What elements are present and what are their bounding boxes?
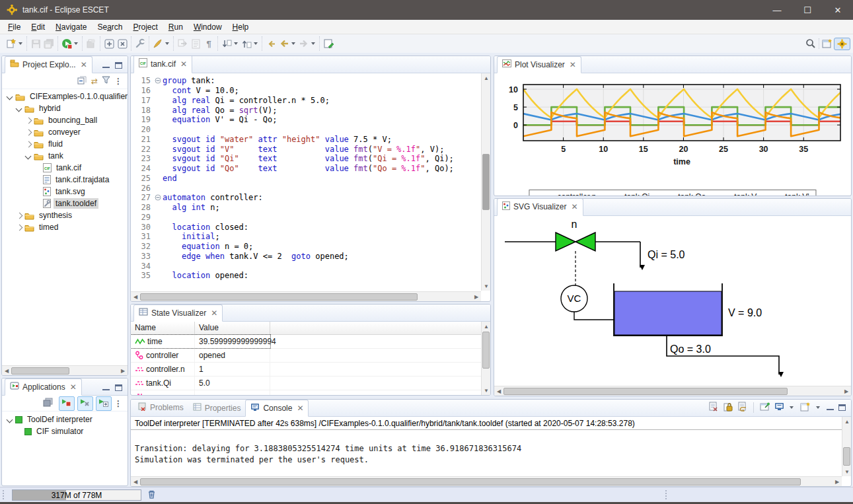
menu-help[interactable]: Help	[227, 21, 254, 33]
scroll-left-icon[interactable]: ◀	[494, 386, 503, 396]
display-console-dropdown[interactable]	[790, 406, 794, 409]
last-edit-location-button[interactable]	[264, 36, 278, 51]
scroll-right-icon[interactable]: ▶	[472, 292, 481, 301]
state-vscrollbar[interactable]: ▲ ▼	[481, 322, 490, 395]
state-row-controller-n[interactable]: controller.n1	[131, 363, 481, 377]
tree-chevron-icon[interactable]	[24, 116, 32, 124]
application-item-tooldef-interpreter[interactable]: ToolDef interpreter	[2, 414, 128, 425]
window-close-button[interactable]: ✕	[823, 0, 853, 20]
clear-console-button[interactable]	[708, 402, 718, 414]
console-output[interactable]: ToolDef interpreter [TERMINATED after 42…	[131, 417, 842, 476]
highlight-brush-dropdown[interactable]	[165, 42, 169, 45]
forward-dropdown[interactable]	[311, 42, 315, 45]
back-button[interactable]	[278, 36, 291, 51]
tree-chevron-icon[interactable]	[15, 104, 23, 112]
new-escet-file-button[interactable]	[322, 36, 335, 51]
previous-annotation-dropdown[interactable]	[254, 42, 258, 45]
state-row-tank-qi[interactable]: tank.Qi5.0	[131, 377, 481, 390]
trim-grip[interactable]	[3, 490, 4, 499]
explorer-item-tank[interactable]: tank	[2, 150, 128, 162]
collapse-all-button[interactable]	[77, 75, 87, 87]
explorer-item-tank-svg[interactable]: tank.svg	[2, 186, 128, 198]
explorer-item-tank-cif[interactable]: CIFtank.cif	[2, 162, 128, 174]
filter-button[interactable]	[102, 76, 110, 86]
tab-editor-tank-cif[interactable]: CIF tank.cif ✕	[133, 55, 192, 73]
display-console-button[interactable]	[774, 402, 784, 413]
tab-state-visualizer[interactable]: State Visualizer ✕	[133, 305, 223, 322]
minimize-view-button[interactable]	[102, 63, 110, 68]
scroll-down-icon[interactable]: ▼	[482, 281, 491, 291]
save-button[interactable]	[29, 36, 42, 51]
tab-problems[interactable]: Problems	[133, 400, 188, 416]
new-wizard-dropdown[interactable]	[19, 42, 22, 45]
add-application-button[interactable]	[96, 396, 112, 411]
scroll-left-icon[interactable]: ◀	[2, 366, 11, 375]
svg-hscrollbar[interactable]: ◀ ▶	[494, 386, 851, 396]
link-with-editor-button[interactable]	[176, 36, 189, 51]
column-header-name[interactable]: Name	[131, 322, 195, 334]
run-tooldef-dropdown[interactable]	[74, 42, 78, 45]
explorer-item-synthesis[interactable]: synthesis	[2, 209, 128, 221]
view-menu-icon[interactable]: ⋮	[114, 399, 122, 408]
scroll-left-icon[interactable]: ◀	[131, 292, 140, 301]
build-button[interactable]	[85, 36, 98, 51]
show-whitespace-button[interactable]: ¶	[202, 36, 215, 51]
explorer-item-timed[interactable]: timed	[2, 221, 128, 233]
menu-edit[interactable]: Edit	[26, 21, 50, 33]
next-annotation-dropdown[interactable]	[234, 42, 238, 45]
explorer-item-tank-cif-trajdata[interactable]: tank.cif.trajdata	[2, 174, 128, 186]
save-all-button[interactable]	[42, 36, 56, 51]
minimize-view-button[interactable]	[102, 385, 110, 390]
tab-project-explorer[interactable]: Project Explo... ✕	[5, 56, 93, 73]
explorer-item-conveyer[interactable]: conveyer	[2, 126, 128, 138]
link-with-editor-button[interactable]: ⇄	[91, 77, 98, 86]
scroll-lock-button[interactable]	[723, 402, 733, 414]
console-hscrollbar[interactable]: ◀ ▶	[131, 476, 842, 486]
tab-plot-visualizer[interactable]: Plot Visualizer ✕	[497, 56, 581, 73]
editor-vscrollbar[interactable]: ▲ ▼	[481, 73, 490, 291]
close-icon[interactable]: ✕	[570, 60, 576, 69]
word-wrap-button[interactable]	[737, 402, 747, 414]
scroll-up-icon[interactable]: ▲	[482, 73, 491, 83]
escet-perspective-button[interactable]	[834, 38, 850, 50]
tree-chevron-icon[interactable]	[24, 140, 32, 148]
show-source-button[interactable]	[189, 36, 202, 51]
close-icon[interactable]: ✕	[297, 404, 303, 413]
maximize-view-button[interactable]	[838, 404, 846, 411]
scroll-right-icon[interactable]: ▶	[118, 366, 128, 375]
close-icon[interactable]: ✕	[571, 202, 577, 211]
scroll-right-icon[interactable]: ▶	[842, 386, 851, 396]
close-box-button[interactable]	[116, 36, 129, 51]
tree-chevron-icon[interactable]	[6, 415, 14, 423]
scroll-right-icon[interactable]: ▶	[833, 477, 842, 486]
forward-button[interactable]	[297, 36, 311, 51]
search-button[interactable]	[804, 36, 817, 51]
close-icon[interactable]: ✕	[211, 308, 217, 318]
view-menu-icon[interactable]: ⋮	[114, 77, 122, 86]
tab-applications[interactable]: Applications ✕	[5, 378, 82, 396]
open-console-button[interactable]	[800, 402, 811, 414]
minimize-view-button[interactable]	[827, 405, 834, 410]
menu-file[interactable]: File	[3, 21, 26, 33]
menu-run[interactable]: Run	[163, 21, 188, 33]
tab-properties[interactable]: Properties	[188, 400, 246, 416]
back-dropdown[interactable]	[291, 42, 295, 45]
pin-console-button[interactable]	[760, 402, 770, 414]
terminate-all-button[interactable]	[59, 396, 75, 411]
application-item-cif-simulator[interactable]: CIF simulator	[2, 425, 128, 437]
previous-annotation-button[interactable]	[240, 36, 253, 51]
menu-navigate[interactable]: Navigate	[50, 21, 92, 33]
explorer-item-bouncing-ball[interactable]: bouncing_ball	[2, 114, 128, 126]
fold-collapse-icon[interactable]	[153, 194, 163, 201]
new-wizard-button[interactable]	[5, 36, 18, 51]
menu-project[interactable]: Project	[128, 21, 163, 33]
open-console-dropdown[interactable]	[816, 406, 820, 409]
fold-collapse-icon[interactable]	[153, 77, 163, 84]
scroll-left-icon[interactable]: ◀	[131, 477, 140, 486]
close-icon[interactable]: ✕	[70, 382, 77, 392]
scroll-up-icon[interactable]: ▲	[842, 417, 852, 426]
trim-grip[interactable]	[665, 490, 667, 499]
tree-chevron-icon[interactable]	[15, 211, 23, 219]
console-vscrollbar[interactable]: ▲ ▼	[842, 417, 851, 476]
next-annotation-button[interactable]	[220, 36, 233, 51]
